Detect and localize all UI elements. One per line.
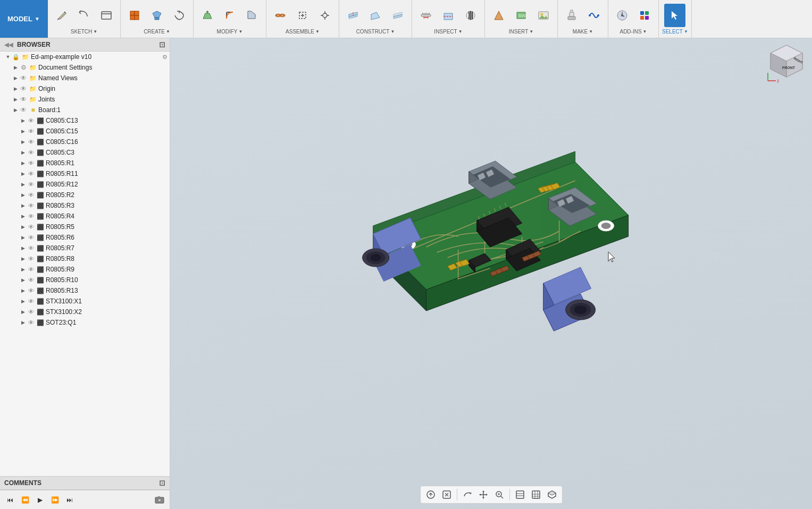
tree-item-r0805-r9[interactable]: ▶ 👁 ⬛ R0805:R9 xyxy=(0,264,170,275)
named-views-label: Named Views xyxy=(38,74,78,82)
chamfer-icon[interactable] xyxy=(241,4,263,27)
browser-settings-icon[interactable]: ⊡ xyxy=(159,40,165,49)
tree-root-item[interactable]: ▼ 🔒 📁 Ed-amp-example v10 ⚙ xyxy=(0,52,170,62)
look-at-button[interactable] xyxy=(440,488,454,502)
comments-settings-icon[interactable]: ⊡ xyxy=(159,479,165,487)
app-store-icon[interactable] xyxy=(634,4,655,27)
midplane-icon[interactable] xyxy=(387,4,408,27)
view-cube-button[interactable] xyxy=(545,488,559,502)
create-label[interactable]: CREATE ▼ xyxy=(144,29,170,36)
orbit-button[interactable] xyxy=(461,488,474,502)
tree-item-origin[interactable]: ▶ 👁 📁 Origin xyxy=(0,83,170,94)
tree-item-c0805-c13[interactable]: ▶ 👁 ⬛ C0805:C13 xyxy=(0,115,170,126)
new-component-icon[interactable] xyxy=(124,4,145,27)
svg-point-58 xyxy=(601,223,610,229)
create-sketch-icon[interactable] xyxy=(51,4,72,27)
construct-icons xyxy=(342,2,408,29)
playback-prev-button[interactable]: ⏪ xyxy=(19,494,31,506)
insert-label[interactable]: INSERT ▼ xyxy=(509,29,533,36)
tree-item-r0805-r8[interactable]: ▶ 👁 ⬛ R0805:R8 xyxy=(0,253,170,264)
model-mode-button[interactable]: MODEL ▼ xyxy=(0,0,48,38)
svg-marker-111 xyxy=(479,494,481,496)
left-panel: ◀◀ BROWSER ⊡ ▼ 🔒 📁 Ed-amp-example v10 ⚙ … xyxy=(0,38,170,509)
zoom-button[interactable] xyxy=(492,488,506,502)
tree-item-c0805-c3[interactable]: ▶ 👁 ⬛ C0805:C3 xyxy=(0,147,170,158)
inspect-label[interactable]: INSPECT ▼ xyxy=(434,29,462,36)
svg-rect-116 xyxy=(532,491,540,498)
tree-item-r0805-r3[interactable]: ▶ 👁 ⬛ R0805:R3 xyxy=(0,200,170,211)
grid-button[interactable] xyxy=(529,488,543,502)
select-tool-icon[interactable] xyxy=(664,4,685,27)
tree-item-r0805-r13[interactable]: ▶ 👁 ⬛ R0805:R13 xyxy=(0,285,170,296)
as-built-joint-icon[interactable] xyxy=(292,4,313,27)
viewport[interactable]: FRONT RIGHT Z xyxy=(170,38,812,509)
joint-icon[interactable] xyxy=(270,4,291,27)
panel-collapser-left[interactable]: ◀◀ xyxy=(4,41,13,48)
tree-item-c0805-c16[interactable]: ▶ 👁 ⬛ C0805:C16 xyxy=(0,137,170,147)
browser-header: ◀◀ BROWSER ⊡ xyxy=(0,38,170,52)
fillet-icon[interactable] xyxy=(219,4,240,27)
sketch-label[interactable]: SKETCH ▼ xyxy=(71,29,97,36)
tree-item-r0805-r1[interactable]: ▶ 👁 ⬛ R0805:R1 xyxy=(0,158,170,168)
offset-plane-icon[interactable] xyxy=(342,4,364,27)
tree-item-board1[interactable]: ▶ 👁 ■ Board:1 xyxy=(0,105,170,115)
named-views-eye-icon: 👁 xyxy=(19,74,28,82)
tree-item-r0805-r12[interactable]: ▶ 👁 ⬛ R0805:R12 xyxy=(0,179,170,190)
nav-cube[interactable]: FRONT RIGHT Z xyxy=(765,43,808,85)
tree-item-joints[interactable]: ▶ 👁 📁 Joints xyxy=(0,94,170,105)
playback-camera-button[interactable] xyxy=(154,494,165,506)
zebra-analysis-icon[interactable] xyxy=(460,4,481,27)
display-settings-button[interactable] xyxy=(513,488,527,502)
toolbar-section-construct: CONSTRUCT ▼ xyxy=(339,0,412,38)
toolbar-section-addins: ADD-INS ▼ xyxy=(608,0,659,38)
extrude-icon[interactable] xyxy=(146,4,168,27)
doc-settings-arrow: ▶ xyxy=(12,65,19,70)
joint-origin-icon[interactable] xyxy=(314,4,336,27)
joints-eye-icon: 👁 xyxy=(19,95,28,104)
fit-all-button[interactable] xyxy=(424,488,438,502)
measure-icon[interactable] xyxy=(415,4,437,27)
tree-item-stx3100-x2[interactable]: ▶ 👁 ⬛ STX3100:X2 xyxy=(0,307,170,317)
select-label[interactable]: SELECT ▼ xyxy=(662,29,688,36)
tree-item-r0805-r11[interactable]: ▶ 👁 ⬛ R0805:R11 xyxy=(0,168,170,179)
insert-image-icon[interactable] xyxy=(533,4,554,27)
tree-item-r0805-r6[interactable]: ▶ 👁 ⬛ R0805:R6 xyxy=(0,232,170,243)
svg-rect-0 xyxy=(102,12,111,19)
tree-item-r0805-r2[interactable]: ▶ 👁 ⬛ R0805:R2 xyxy=(0,190,170,200)
tree-item-r0805-r4[interactable]: ▶ 👁 ⬛ R0805:R4 xyxy=(0,211,170,222)
press-pull-icon[interactable] xyxy=(197,4,218,27)
undo-icon[interactable] xyxy=(73,4,95,27)
make-label[interactable]: MAKE ▼ xyxy=(573,29,593,36)
svg-rect-33 xyxy=(640,16,644,20)
tree-item-r0805-r7[interactable]: ▶ 👁 ⬛ R0805:R7 xyxy=(0,243,170,253)
viewport-toolbar xyxy=(420,486,563,504)
pan-button[interactable] xyxy=(476,488,490,502)
tree-item-stx3100-x1[interactable]: ▶ 👁 ⬛ STX3100:X1 xyxy=(0,296,170,307)
playback-start-button[interactable]: ⏮ xyxy=(4,494,16,506)
angle-plane-icon[interactable] xyxy=(365,4,386,27)
addins-label[interactable]: ADD-INS ▼ xyxy=(620,29,647,36)
construct-label[interactable]: CONSTRUCT ▼ xyxy=(356,29,395,36)
modify-label[interactable]: MODIFY ▼ xyxy=(217,29,243,36)
generate-toolpath-icon[interactable] xyxy=(583,4,605,27)
svg-rect-3 xyxy=(130,15,135,20)
tree-item-c0805-c15[interactable]: ▶ 👁 ⬛ C0805:C15 xyxy=(0,126,170,137)
playback-play-button[interactable]: ▶ xyxy=(34,494,46,506)
tree-item-r0805-r10[interactable]: ▶ 👁 ⬛ R0805:R10 xyxy=(0,275,170,285)
select-icons xyxy=(664,2,685,29)
playback-next-button[interactable]: ⏩ xyxy=(49,494,61,506)
scripts-addins-icon[interactable] xyxy=(612,4,633,27)
insert-mesh-icon[interactable] xyxy=(488,4,509,27)
tree-item-r0805-r5[interactable]: ▶ 👁 ⬛ R0805:R5 xyxy=(0,222,170,232)
tree-item-sot23-q1[interactable]: ▶ 👁 ⬛ SOT23:Q1 xyxy=(0,317,170,328)
3d-print-icon[interactable] xyxy=(561,4,582,27)
tree-item-doc-settings[interactable]: ▶ ⚙ 📁 Document Settings xyxy=(0,62,170,73)
playback-end-button[interactable]: ⏭ xyxy=(64,494,76,506)
tree-item-named-views[interactable]: ▶ 👁 📁 Named Views xyxy=(0,73,170,83)
section-analysis-icon[interactable] xyxy=(438,4,459,27)
display-sketch-icon[interactable] xyxy=(96,4,117,27)
assemble-label[interactable]: ASSEMBLE ▼ xyxy=(286,29,320,36)
revolve-icon[interactable] xyxy=(169,4,190,27)
svg-point-24 xyxy=(541,13,543,16)
insert-svg-icon[interactable]: SVG xyxy=(510,4,532,27)
